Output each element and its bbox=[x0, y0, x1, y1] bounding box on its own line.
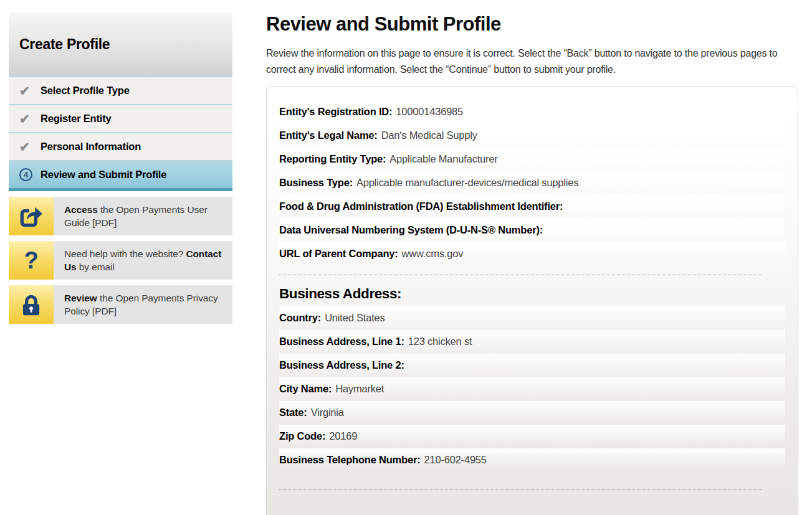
field-value: Dan's Medical Supply bbox=[381, 130, 477, 141]
field-fda-establishment-identifier: Food & Drug Administration (FDA) Establi… bbox=[279, 195, 785, 219]
field-label: URL of Parent Company: bbox=[279, 248, 398, 259]
step-register-entity[interactable]: ✔ Register Entity bbox=[9, 104, 232, 132]
field-label: Food & Drug Administration (FDA) Establi… bbox=[279, 201, 563, 212]
check-icon: ✔ bbox=[19, 139, 41, 154]
field-zip-code: Zip Code:20169 bbox=[279, 425, 785, 448]
contact-us-link-text: Need help with the website? Contact Us b… bbox=[54, 241, 232, 280]
field-parent-company-url: URL of Parent Company:www.cms.gov bbox=[279, 242, 785, 266]
user-guide-link[interactable]: Access the Open Payments User Guide [PDF… bbox=[9, 197, 232, 235]
field-label: City Name: bbox=[279, 383, 332, 394]
page-title: Review and Submit Profile bbox=[266, 13, 798, 35]
step-personal-information[interactable]: ✔ Personal Information bbox=[9, 132, 232, 160]
privacy-policy-link-text: Review the Open Payments Privacy Policy … bbox=[54, 285, 232, 324]
field-value: 210-602-4955 bbox=[424, 454, 486, 465]
help-text-rest: by email bbox=[77, 262, 115, 272]
field-business-type: Business Type:Applicable manufacturer-de… bbox=[279, 171, 785, 195]
field-entity-legal-name: Entity's Legal Name:Dan's Medical Supply bbox=[279, 124, 785, 148]
step-label: Review and Submit Profile bbox=[41, 169, 166, 181]
field-value: 123 chicken st bbox=[408, 336, 472, 347]
dotted-divider bbox=[279, 489, 762, 490]
field-label: Entity's Legal Name: bbox=[279, 130, 378, 141]
page: { "page": { "title": "Review and Submit … bbox=[0, 0, 812, 515]
step-number-icon: 4 bbox=[19, 168, 32, 181]
question-icon: ? bbox=[9, 241, 54, 280]
field-value: Applicable Manufacturer bbox=[389, 153, 497, 164]
field-label: Business Type: bbox=[279, 177, 353, 188]
lock-icon bbox=[9, 285, 54, 324]
field-value: www.cms.gov bbox=[402, 248, 464, 259]
user-guide-link-text: Access the Open Payments User Guide [PDF… bbox=[54, 197, 232, 235]
main-content: Review and Submit Profile Review the inf… bbox=[266, 0, 798, 515]
field-label: Zip Code: bbox=[279, 430, 325, 442]
step-select-profile-type[interactable]: ✔ Select Profile Type bbox=[9, 76, 232, 104]
field-value: Applicable manufacturer-devices/medical … bbox=[356, 177, 578, 188]
field-value: 20169 bbox=[329, 430, 357, 442]
help-bold-text: Access bbox=[64, 204, 98, 215]
share-icon bbox=[9, 197, 54, 235]
profile-steps-nav: ✔ Select Profile Type ✔ Register Entity … bbox=[9, 76, 232, 191]
field-country: Country:United States bbox=[279, 306, 785, 330]
field-address-line-1: Business Address, Line 1:123 chicken st bbox=[279, 330, 785, 354]
profile-summary-panel: Entity's Registration ID:100001436985 En… bbox=[266, 86, 798, 515]
check-icon: ✔ bbox=[19, 111, 41, 126]
step-label: Select Profile Type bbox=[41, 85, 130, 97]
field-value: United States bbox=[325, 312, 385, 323]
field-label: Entity's Registration ID: bbox=[279, 106, 392, 117]
page-intro-text: Review the information on this page to e… bbox=[266, 45, 798, 78]
field-city-name: City Name:Haymarket bbox=[279, 377, 785, 401]
sidebar-title: Create Profile bbox=[9, 12, 232, 76]
step-label: Personal Information bbox=[41, 141, 141, 153]
field-label: Business Address, Line 2: bbox=[279, 359, 404, 371]
field-label: Business Address, Line 1: bbox=[279, 336, 404, 347]
field-reporting-entity-type: Reporting Entity Type:Applicable Manufac… bbox=[279, 148, 785, 171]
contact-us-link[interactable]: ? Need help with the website? Contact Us… bbox=[9, 241, 232, 280]
field-label: Data Universal Numbering System (D-U-N-S… bbox=[279, 224, 543, 235]
check-icon: ✔ bbox=[19, 83, 41, 98]
create-profile-sidebar: Create Profile ✔ Select Profile Type ✔ R… bbox=[9, 12, 232, 324]
step-label: Register Entity bbox=[41, 113, 111, 125]
business-address-heading: Business Address: bbox=[279, 286, 785, 302]
dotted-divider bbox=[279, 275, 762, 275]
privacy-policy-link[interactable]: Review the Open Payments Privacy Policy … bbox=[9, 285, 232, 324]
field-label: Business Telephone Number: bbox=[279, 454, 420, 465]
field-address-line-2: Business Address, Line 2: bbox=[279, 354, 785, 377]
field-state: State:Virginia bbox=[279, 401, 785, 425]
field-value: 100001436985 bbox=[396, 106, 463, 117]
help-text-lead: Need help with the website? bbox=[64, 248, 186, 259]
field-value: Haymarket bbox=[335, 383, 384, 394]
field-value: Virginia bbox=[311, 407, 344, 418]
field-duns-number: Data Universal Numbering System (D-U-N-S… bbox=[279, 219, 785, 242]
field-entity-registration-id: Entity's Registration ID:100001436985 bbox=[279, 100, 785, 124]
field-business-telephone: Business Telephone Number:210-602-4955 bbox=[279, 448, 785, 472]
field-label: Country: bbox=[279, 312, 321, 323]
field-label: State: bbox=[279, 407, 307, 418]
step-review-and-submit-profile[interactable]: 4 Review and Submit Profile bbox=[9, 160, 232, 191]
field-label: Reporting Entity Type: bbox=[279, 153, 386, 164]
help-bold-text: Review bbox=[64, 293, 97, 303]
